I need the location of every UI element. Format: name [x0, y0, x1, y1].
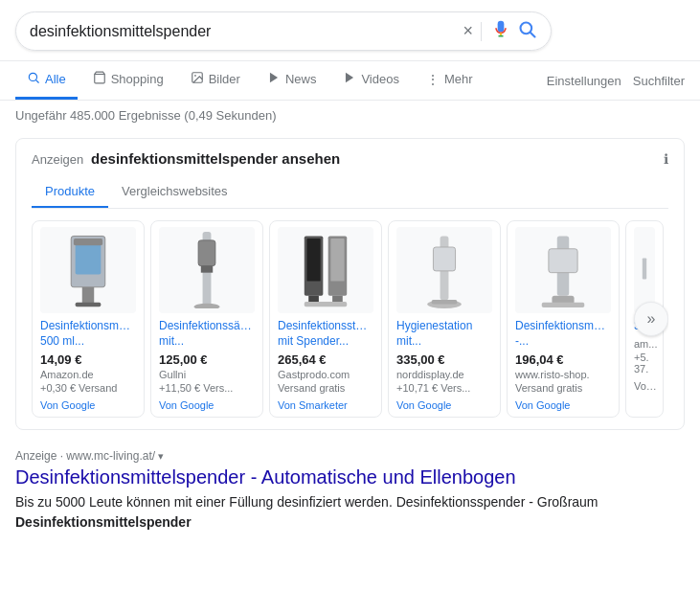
search-bar: ×: [15, 11, 552, 51]
mic-icon[interactable]: [491, 20, 510, 42]
shopping-tabs: Produkte Vergleichswebsites: [32, 176, 668, 209]
product-store-2: Gullni: [159, 369, 255, 380]
product-price-2: 125,00 €: [159, 352, 255, 367]
svg-line-3: [531, 33, 535, 37]
product-source-6-partial: Vo…: [634, 380, 655, 392]
search-input[interactable]: [30, 23, 463, 40]
results-count: Ungefähr 485.000 Ergebnisse (0,49 Sekund…: [0, 101, 700, 130]
product-source-3: Von Smarketer: [278, 399, 373, 411]
clear-button[interactable]: ×: [463, 21, 473, 41]
settings-link[interactable]: Einstellungen: [547, 64, 621, 98]
svg-rect-23: [330, 238, 344, 281]
product-shipping-4: +10,71 € Vers...: [396, 382, 492, 394]
shopping-tab-produkte[interactable]: Produkte: [32, 176, 108, 208]
results-count-text: Ungefähr 485.000 Ergebnisse (0,49 Sekund…: [15, 108, 276, 123]
svg-rect-26: [305, 302, 347, 306]
product-store-3: Gastprodo.com: [278, 369, 373, 380]
product-store-6-partial: am...: [634, 338, 655, 350]
svg-rect-28: [433, 247, 455, 271]
svg-rect-32: [549, 249, 577, 273]
product-card-1[interactable]: Desinfektionsm… 500 ml... 14,09 € Amazon…: [32, 220, 145, 418]
shopping-ad-label: Anzeigen desinfektionsmittelspender anse…: [32, 150, 340, 167]
next-icon: »: [647, 310, 656, 328]
svg-rect-17: [198, 240, 215, 266]
shopping-tab-vergleich[interactable]: Vergleichswebsites: [108, 176, 241, 208]
bilder-icon: [191, 71, 204, 87]
products-row: Desinfektionsm… 500 ml... 14,09 € Amazon…: [32, 220, 668, 418]
product-img-6: [634, 227, 655, 313]
filter-link[interactable]: Suchfilter: [633, 64, 685, 98]
shopping-ad-title: desinfektionsmittelspender ansehen: [91, 150, 340, 167]
tab-news[interactable]: News: [256, 61, 328, 100]
product-title-5: Desinfektionsm… -...: [515, 319, 611, 349]
shopping-ad-box: Anzeigen desinfektionsmittelspender anse…: [15, 138, 685, 430]
videos-icon: [343, 71, 356, 87]
tab-shopping[interactable]: Shopping: [81, 61, 175, 100]
shopping-icon: [93, 71, 106, 87]
svg-rect-35: [643, 258, 646, 279]
product-title-1: Desinfektionsm… 500 ml...: [40, 319, 136, 349]
svg-point-19: [194, 304, 220, 308]
product-shipping-3: Versand gratis: [278, 382, 373, 394]
product-title-2: Desinfektionssä… mit...: [159, 319, 255, 349]
alle-icon: [27, 71, 40, 87]
tab-videos[interactable]: Videos: [331, 61, 411, 100]
product-title-3: Desinfektionsst… mit Spender...: [278, 319, 373, 349]
product-card-5[interactable]: Desinfektionsm… -... 196,04 € www.risto-…: [507, 220, 620, 418]
ad-text-description: Bis zu 5000 Leute können mit einer Füllu…: [15, 492, 685, 533]
search-bar-container: ×: [0, 0, 700, 61]
svg-rect-34: [542, 303, 584, 307]
svg-rect-14: [82, 287, 94, 305]
svg-rect-22: [306, 238, 320, 281]
product-shipping-5: Versand gratis: [515, 382, 611, 394]
product-price-4: 335,00 €: [396, 352, 492, 367]
ad-text-result: Anzeige · www.mc-living.at/ ▾ Desinfekti…: [0, 438, 700, 544]
tab-news-label: News: [285, 72, 317, 86]
product-card-2[interactable]: Desinfektionssä… mit... 125,00 € Gullni …: [150, 220, 263, 418]
product-img-3: [278, 227, 373, 313]
svg-rect-13: [74, 238, 102, 245]
product-store-1: Amazon.de: [40, 369, 136, 380]
product-shipping-2: +11,50 € Vers...: [159, 382, 255, 394]
ad-label-text: Anzeigen: [32, 152, 83, 167]
product-card-4[interactable]: Hygienestation mit... 335,00 € norddispl…: [388, 220, 501, 418]
mehr-icon: ⋮: [426, 72, 440, 87]
ad-text-title[interactable]: Desinfektionsmittelspender - Automatisch…: [15, 466, 685, 488]
tab-videos-label: Videos: [361, 72, 399, 86]
svg-marker-10: [346, 73, 353, 83]
divider: [481, 22, 482, 41]
news-icon: [267, 71, 281, 87]
ad-description-part1: Bis zu 5000 Leute können mit einer Füllu…: [15, 494, 598, 510]
product-img-1: [40, 227, 136, 313]
tab-mehr[interactable]: ⋮ Mehr: [415, 62, 485, 100]
svg-marker-9: [270, 73, 278, 83]
nav-tabs: Alle Shopping Bilder News Videos ⋮ Mehr …: [0, 61, 700, 101]
product-shipping-1: +0,30 € Versand: [40, 382, 136, 394]
product-card-3[interactable]: Desinfektionsst… mit Spender... 265,64 €…: [269, 220, 382, 418]
product-store-5: www.risto-shop.: [515, 369, 611, 380]
svg-rect-30: [432, 300, 458, 304]
product-price-5: 196,04 €: [515, 352, 611, 367]
ad-description-bold: Desinfektionsmittelspender: [15, 514, 192, 530]
ad-dropdown[interactable]: ▾: [158, 450, 164, 462]
product-source-4: Von Google: [396, 399, 492, 411]
tab-shopping-label: Shopping: [111, 72, 164, 86]
nav-settings: Einstellungen Suchfilter: [547, 64, 685, 98]
tab-bilder-label: Bilder: [209, 72, 240, 86]
search-button[interactable]: [518, 20, 537, 42]
product-title-4: Hygienestation mit...: [396, 319, 492, 349]
svg-line-5: [35, 79, 38, 82]
shopping-box-header: Anzeigen desinfektionsmittelspender anse…: [32, 150, 668, 167]
product-source-1: Von Google: [40, 399, 136, 411]
next-products-button[interactable]: »: [634, 302, 668, 336]
svg-rect-15: [76, 303, 102, 306]
svg-rect-18: [201, 266, 213, 273]
product-shipping-6-partial: +5. 37.: [634, 352, 655, 375]
tab-mehr-label: Mehr: [444, 72, 473, 86]
svg-rect-12: [76, 244, 102, 274]
info-icon[interactable]: ℹ: [664, 151, 668, 167]
product-price-3: 265,64 €: [278, 352, 373, 367]
tab-alle[interactable]: Alle: [15, 61, 78, 100]
tab-bilder[interactable]: Bilder: [179, 61, 252, 100]
tab-alle-label: Alle: [45, 72, 66, 86]
